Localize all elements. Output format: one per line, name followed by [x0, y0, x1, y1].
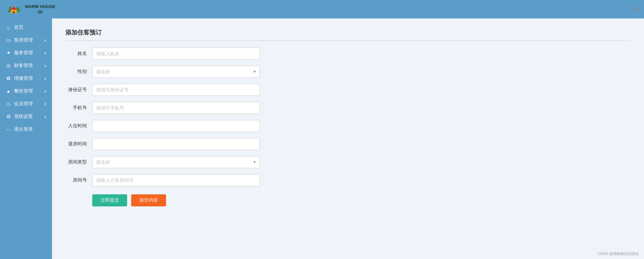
room-type-field-row: 房间类型 请选择 标准间 豪华间 套房 ▼: [65, 156, 340, 168]
sidebar-item-logout-label: 退出登录: [14, 126, 33, 132]
sidebar-item-catering-mgmt[interactable]: ● 餐饮管理 ∧: [0, 85, 52, 98]
sidebar-item-logout[interactable]: ← 退出登录: [0, 123, 52, 136]
name-label: 姓名: [65, 51, 92, 57]
gear-icon[interactable]: ⚙: [632, 5, 639, 14]
phone-input[interactable]: [92, 102, 260, 114]
checkout-input[interactable]: [92, 138, 260, 150]
sidebar-item-home[interactable]: ⌂ 首页: [0, 21, 52, 34]
sidebar-item-member-mgmt[interactable]: ◇ 会员管理 ∧: [0, 98, 52, 110]
service-icon: ✦: [5, 50, 11, 56]
gender-field-row: 性别 请选择 男 女 ▼: [65, 66, 340, 78]
phone-label: 手机号: [65, 105, 92, 111]
svg-rect-6: [13, 11, 15, 13]
main-content: 添加住客预订 姓名 性别 请选择 男 女 ▼: [52, 18, 644, 259]
sidebar-item-finance-mgmt[interactable]: ◎ 财务管理 ∧: [0, 59, 52, 72]
id-card-input[interactable]: [92, 84, 260, 96]
member-icon: ◇: [5, 101, 11, 107]
booking-form: 姓名 性别 请选择 男 女 ▼ 身份证号: [65, 48, 340, 206]
checkin-input[interactable]: [92, 120, 260, 132]
home-icon: ⌂: [5, 25, 11, 30]
header: WARM HOUSE 26 ⚙: [0, 0, 644, 18]
id-card-label: 身份证号: [65, 87, 92, 93]
phone-field-row: 手机号: [65, 102, 340, 114]
settings-icon: ⚙: [5, 114, 11, 120]
sidebar-item-maintenance-label: 维修管理: [14, 75, 33, 81]
sidebar-item-system-settings[interactable]: ⚙ 系统设置 ∧: [0, 110, 52, 123]
name-field-row: 姓名: [65, 48, 340, 60]
form-buttons: 立即提交 清空内容: [65, 194, 340, 206]
room-no-input[interactable]: [92, 174, 260, 186]
room-type-label: 房间类型: [65, 159, 92, 165]
id-card-field-row: 身份证号: [65, 84, 340, 96]
chevron-down-icon-7: ∧: [44, 115, 47, 119]
page-title: 添加住客预订: [65, 28, 631, 41]
sidebar-item-maintenance-mgmt[interactable]: ✿ 维修管理 ∧: [0, 72, 52, 85]
svg-marker-5: [10, 6, 18, 10]
sidebar-item-finance-label: 财务管理: [14, 63, 33, 69]
room-no-label: 房间号: [65, 177, 92, 183]
checkout-label: 退房时间: [65, 141, 92, 147]
checkin-label: 入住时间: [65, 123, 92, 129]
sidebar-item-room-mgmt[interactable]: ▭ 客房管理 ∧: [0, 34, 52, 47]
room-type-select[interactable]: 请选择 标准间 豪华间 套房: [92, 156, 260, 168]
sidebar-item-service-label: 服务管理: [14, 50, 33, 56]
gender-select[interactable]: 请选择 男 女: [92, 66, 260, 78]
clear-button[interactable]: 清空内容: [131, 194, 166, 206]
layout: ⌂ 首页 ▭ 客房管理 ∧ ✦ 服务管理 ∧ ◎ 财务管理 ∧ ✿ 维修管理 ∧…: [0, 18, 644, 259]
logo: WARM HOUSE 26: [5, 3, 55, 16]
submit-button[interactable]: 立即提交: [92, 194, 127, 206]
chevron-down-icon-5: ∧: [44, 89, 47, 93]
catering-icon: ●: [5, 88, 11, 94]
sidebar: ⌂ 首页 ▭ 客房管理 ∧ ✦ 服务管理 ∧ ◎ 财务管理 ∧ ✿ 维修管理 ∧…: [0, 18, 52, 259]
sidebar-item-home-label: 首页: [14, 24, 23, 30]
sidebar-item-service-mgmt[interactable]: ✦ 服务管理 ∧: [0, 47, 52, 59]
logo-icon: [5, 3, 22, 16]
chevron-down-icon-6: ∧: [44, 102, 47, 106]
maintenance-icon: ✿: [5, 75, 11, 81]
chevron-down-icon-3: ∧: [44, 64, 47, 68]
room-type-select-wrapper: 请选择 标准间 豪华间 套房 ▼: [92, 156, 260, 168]
checkout-field-row: 退房时间: [65, 138, 340, 150]
sidebar-item-member-label: 会员管理: [14, 101, 33, 107]
sidebar-item-catering-label: 餐饮管理: [14, 88, 33, 94]
gender-label: 性别: [65, 69, 92, 75]
chevron-down-icon: ∧: [44, 38, 47, 43]
name-input[interactable]: [92, 48, 260, 60]
finance-icon: ◎: [5, 63, 11, 69]
logout-icon: ←: [5, 127, 11, 132]
gender-select-wrapper: 请选择 男 女 ▼: [92, 66, 260, 78]
watermark: CSDN @情绪稳定的强动: [598, 251, 639, 256]
sidebar-item-room-label: 客房管理: [14, 37, 33, 43]
room-no-field-row: 房间号: [65, 174, 340, 186]
logo-text: WARM HOUSE 26: [25, 4, 55, 14]
room-icon: ▭: [5, 37, 11, 43]
chevron-down-icon-4: ∧: [44, 76, 47, 81]
chevron-down-icon-2: ∧: [44, 51, 47, 55]
sidebar-item-settings-label: 系统设置: [14, 114, 33, 120]
checkin-field-row: 入住时间: [65, 120, 340, 132]
